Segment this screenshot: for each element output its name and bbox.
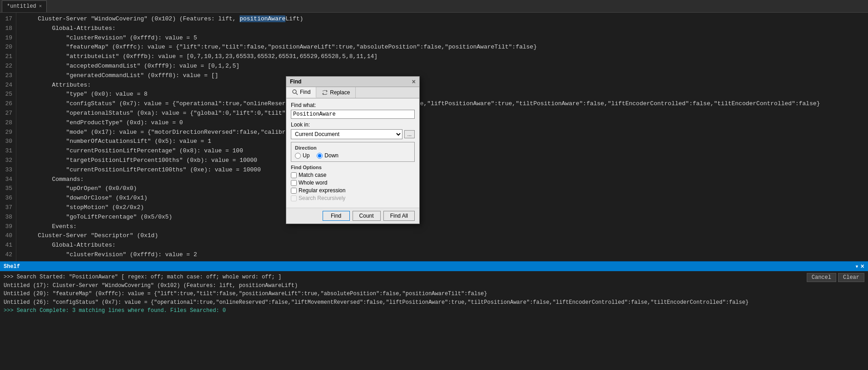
terminal-line: >>> Search Started: "PositionAware" [ re… [4, 273, 864, 282]
tab-untitled[interactable]: *untitled × [2, 0, 47, 12]
code-line-18: Global-Attributes: [24, 24, 868, 34]
find-what-input[interactable] [291, 110, 415, 119]
line-number-28: 28 [2, 118, 12, 128]
code-line-36: "downOrClose" (0x1/0x1) [24, 194, 868, 203]
code-line-24: Attributes: [24, 81, 868, 90]
direction-label: Direction [295, 145, 411, 151]
direction-group: Direction Up Down [291, 142, 415, 162]
line-number-35: 35 [2, 184, 12, 194]
find-icon [292, 89, 298, 95]
whole-word-checkbox[interactable] [291, 180, 297, 186]
line-number-43: 43 [2, 260, 12, 261]
direction-up-label[interactable]: Up [295, 152, 309, 159]
line-number-34: 34 [2, 175, 12, 185]
code-line-26: "configStatus" (0x7): value = {"operatio… [24, 99, 868, 109]
code-line-37: "stopMotion" (0x2/0x2) [24, 203, 868, 213]
browse-button[interactable]: ... [404, 130, 415, 138]
code-line-23: "generatedCommandList" (0xfff8): value =… [24, 71, 868, 81]
look-in-row: Look in: Current Document All Documents … [291, 122, 415, 139]
line-number-29: 29 [2, 128, 12, 137]
line-number-20: 20 [2, 43, 12, 52]
shelf-bar: Shelf ▾ × [0, 261, 868, 271]
terminal-line: Untitled (26): "configStatus" (0x7): val… [4, 298, 864, 307]
terminal-buttons: Cancel Clear [807, 273, 864, 282]
find-options-label: Find Options [291, 165, 415, 170]
terminal-line: >>> Search Complete: 3 matching lines wh… [4, 307, 864, 315]
line-number-33: 33 [2, 166, 12, 175]
shelf-minimize-icon[interactable]: ▾ [855, 263, 858, 270]
direction-radio-row: Up Down [295, 152, 411, 159]
code-line-34: Commands: [24, 175, 868, 185]
find-dialog: Find × Find [286, 76, 420, 224]
dialog-titlebar: Find × [286, 77, 419, 87]
cancel-button[interactable]: Cancel [807, 273, 836, 282]
code-line-28: "endProductType" (0xd): value = 0 [24, 118, 868, 128]
line-number-31: 31 [2, 146, 12, 156]
tab-close-button[interactable]: × [39, 4, 42, 9]
line-number-32: 32 [2, 156, 12, 166]
search-recursive-checkbox [291, 195, 297, 201]
svg-point-0 [293, 90, 296, 93]
look-in-select[interactable]: Current Document All Documents [291, 129, 402, 139]
find-what-label: Find what: [291, 102, 415, 108]
find-all-button[interactable]: Find All [383, 211, 415, 221]
code-line-39: Events: [24, 222, 868, 232]
dialog-body: Find what: Look in: Current Document All… [286, 98, 419, 208]
code-line-31: "currentPositionLiftPercentage" (0x8): v… [24, 146, 868, 156]
find-button[interactable]: Find [323, 211, 350, 221]
search-recursive-label[interactable]: Search Recursively [291, 195, 415, 201]
code-line-20: "featureMap" (0xfffc): value = {"lift":t… [24, 43, 868, 52]
dialog-title: Find [290, 78, 301, 85]
dialog-tab-replace[interactable]: Replace [316, 87, 356, 98]
code-line-35: "upOrOpen" (0x0/0x0) [24, 184, 868, 194]
line-number-27: 27 [2, 109, 12, 118]
dialog-tabs: Find Replace [286, 87, 419, 98]
code-line-32: "targetPositionLiftPercent100ths" (0xb):… [24, 156, 868, 166]
find-what-row: Find what: [291, 102, 415, 119]
match-case-checkbox[interactable] [291, 172, 297, 178]
code-line-21: "attributeList" (0xfffb): value = [0,7,1… [24, 52, 868, 62]
code-line-42: Global-Attributes: [24, 241, 868, 250]
line-number-38: 38 [2, 213, 12, 222]
look-in-label: Look in: [291, 122, 415, 128]
code-line-22: "acceptedCommandList" (0xfff9): value = … [24, 62, 868, 71]
dialog-close-button[interactable]: × [412, 78, 416, 85]
look-in-select-row: Current Document All Documents ... [291, 129, 415, 139]
terminal-content: >>> Search Started: "PositionAware" [ re… [0, 271, 868, 370]
dialog-tab-replace-label: Replace [330, 89, 350, 96]
clear-button[interactable]: Clear [838, 273, 864, 282]
line-number-18: 18 [2, 24, 12, 34]
code-line-29: "mode" (0x17): value = {"motorDirectionR… [24, 128, 868, 137]
code-editor[interactable]: Cluster-Server "WindowCovering" (0x102) … [16, 13, 868, 261]
direction-down-label[interactable]: Down [317, 152, 338, 159]
line-number-42: 42 [2, 250, 12, 260]
count-button[interactable]: Count [353, 211, 381, 221]
line-number-23: 23 [2, 71, 12, 81]
whole-word-label[interactable]: Whole word [291, 180, 415, 186]
regex-label[interactable]: Regular expression [291, 187, 415, 194]
dialog-footer: Find Count Find All [286, 208, 419, 224]
replace-icon [322, 89, 328, 96]
code-line-38: "goToLiftPercentage" (0x5/0x5) [24, 213, 868, 222]
code-line-43: "clusterRevision" (0xfffd): value = 2 [24, 250, 868, 260]
code-line-30: "numberOfActuationsLift" (0x5): value = … [24, 137, 868, 146]
code-line-17: Cluster-Server "WindowCovering" (0x102) … [24, 15, 868, 24]
line-number-30: 30 [2, 137, 12, 146]
direction-down-radio[interactable] [317, 153, 323, 159]
match-case-label[interactable]: Match case [291, 172, 415, 178]
find-options-row: Find Options Match case Whole word Regul… [291, 165, 415, 201]
line-number-24: 24 [2, 81, 12, 90]
shelf-close-icon[interactable]: × [861, 263, 864, 270]
line-number-41: 41 [2, 241, 12, 250]
line-number-37: 37 [2, 203, 12, 213]
line-numbers: 1718192021222324252627282930313233343536… [0, 13, 16, 261]
line-number-19: 19 [2, 34, 12, 43]
dialog-tab-find[interactable]: Find [286, 87, 316, 98]
regex-checkbox[interactable] [291, 188, 297, 194]
line-number-39: 39 [2, 222, 12, 232]
line-number-21: 21 [2, 52, 12, 62]
code-line-41: Cluster-Server "Descriptor" (0x1d) [24, 231, 868, 241]
direction-up-radio[interactable] [295, 153, 301, 159]
svg-line-1 [296, 93, 298, 95]
code-line-27: "operationalStatus" (0xa): value = {"glo… [24, 109, 868, 118]
